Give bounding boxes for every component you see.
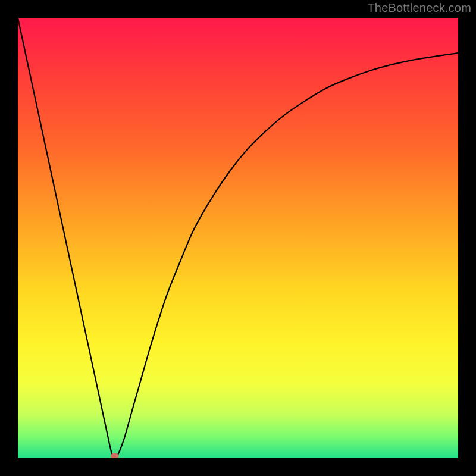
chart-frame: TheBottleneck.com bbox=[0, 0, 476, 476]
bottleneck-chart bbox=[18, 18, 458, 458]
plot-area bbox=[18, 18, 458, 458]
watermark-text: TheBottleneck.com bbox=[367, 1, 471, 15]
gradient-background bbox=[18, 18, 458, 458]
